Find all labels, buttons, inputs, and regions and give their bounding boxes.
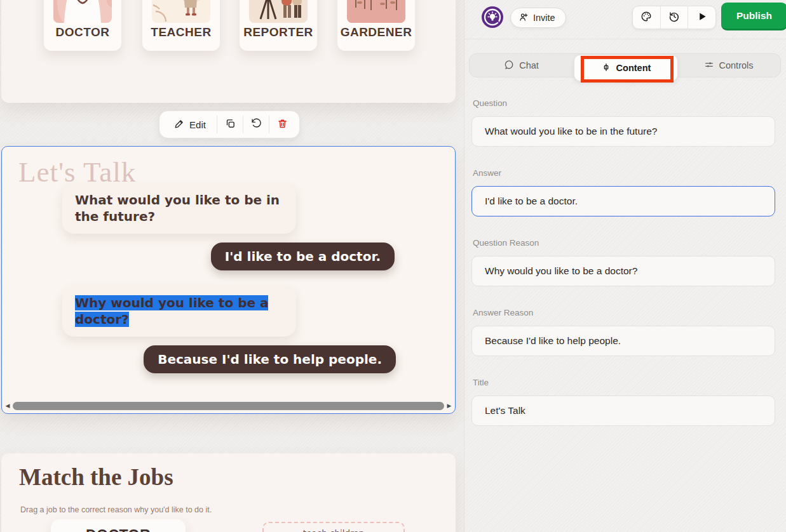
settings-panel: Invite Publish xyxy=(464,0,786,532)
duplicate-button[interactable] xyxy=(217,114,243,135)
chat-bubble-question-reason[interactable]: Why would you like to be a doctor? xyxy=(62,286,296,336)
publish-button[interactable]: Publish xyxy=(721,3,786,30)
match-slide-subtitle: Drag a job to the correct reason why you… xyxy=(20,505,212,514)
header-divider xyxy=(464,39,786,39)
tab-label: Chat xyxy=(519,60,539,70)
play-icon xyxy=(696,11,708,24)
cursor-text-icon xyxy=(601,62,611,74)
tab-label: Controls xyxy=(719,60,754,70)
field-label-title: Title xyxy=(473,378,489,387)
doctor-illustration xyxy=(53,0,112,23)
job-card-reporter[interactable]: REPORTER xyxy=(240,0,317,51)
drop-zone[interactable]: teach children xyxy=(262,522,405,532)
gardener-illustration xyxy=(347,0,405,23)
regenerate-button[interactable] xyxy=(243,114,269,135)
question-field[interactable] xyxy=(471,116,775,147)
history-button[interactable] xyxy=(660,6,688,29)
match-slide-title: Match the Jobs xyxy=(19,463,173,491)
delete-button[interactable] xyxy=(269,114,295,135)
invite-button-label: Invite xyxy=(533,13,555,23)
job-card-label: DOCTOR xyxy=(44,25,121,39)
job-card-doctor[interactable]: DOCTOR xyxy=(44,0,121,51)
invite-button[interactable]: Invite xyxy=(510,8,566,28)
slide-lets-talk[interactable]: Let's Talk What would you like to be in … xyxy=(1,146,456,414)
edit-button[interactable]: Edit xyxy=(163,114,217,135)
tab-label: Content xyxy=(616,63,651,73)
panel-tabbar: Chat Controls Content xyxy=(469,53,781,77)
slide-match-the-jobs[interactable]: Match the Jobs Drag a job to the correct… xyxy=(1,453,456,532)
slide-edit-toolbar: Edit xyxy=(159,110,300,138)
scroll-right-arrow-icon[interactable]: ▶ xyxy=(445,402,453,409)
chat-bubble-question[interactable]: What would you like to be in the future? xyxy=(62,183,296,234)
answer-reason-field[interactable] xyxy=(471,326,775,356)
copy-icon xyxy=(225,118,236,131)
title-field[interactable] xyxy=(471,396,775,426)
slide-jobs[interactable]: DOCTOR T xyxy=(1,0,456,103)
tab-controls[interactable]: Controls xyxy=(677,54,780,77)
field-label-question: Question xyxy=(473,98,507,108)
rotate-ccw-icon xyxy=(251,118,262,131)
trash-icon xyxy=(277,118,288,131)
lightbulb-logo-icon xyxy=(482,19,503,30)
reporter-illustration xyxy=(249,0,308,23)
selected-text: Why would you like to be a doctor? xyxy=(75,295,268,327)
job-card-label: TEACHER xyxy=(142,25,220,39)
teacher-illustration xyxy=(152,0,210,23)
slides-canvas: DOCTOR T xyxy=(0,0,464,532)
person-plus-icon xyxy=(518,12,529,24)
tab-chat[interactable]: Chat xyxy=(470,54,573,77)
field-label-answer: Answer xyxy=(473,168,501,178)
answer-field[interactable] xyxy=(471,186,775,216)
edit-button-label: Edit xyxy=(189,119,206,130)
question-reason-field[interactable] xyxy=(471,256,775,286)
chat-bubble-icon xyxy=(504,60,514,72)
pencil-icon xyxy=(174,118,185,131)
chat-bubble-answer-reason[interactable]: Because I'd like to help people. xyxy=(144,345,396,373)
horizontal-scrollbar[interactable]: ◀ ▶ xyxy=(4,400,453,411)
presentation-tools xyxy=(632,6,716,29)
app-logo-avatar[interactable] xyxy=(482,6,503,28)
job-card-teacher[interactable]: TEACHER xyxy=(142,0,220,51)
palette-icon xyxy=(640,11,652,24)
tab-content[interactable]: Content xyxy=(574,55,678,81)
history-icon xyxy=(668,11,680,24)
scroll-left-arrow-icon[interactable]: ◀ xyxy=(4,402,11,409)
draggable-job-card[interactable]: DOCTOR xyxy=(51,519,186,532)
play-button[interactable] xyxy=(688,6,715,29)
chat-bubble-answer[interactable]: I'd like to be a doctor. xyxy=(211,243,395,270)
field-label-answer-reason: Answer Reason xyxy=(473,308,533,317)
theme-button[interactable] xyxy=(633,6,660,29)
scrollbar-thumb[interactable] xyxy=(13,402,444,410)
job-card-gardener[interactable]: GARDENER xyxy=(337,0,415,51)
job-card-label: GARDENER xyxy=(337,25,415,39)
editor-window: DOCTOR T xyxy=(0,0,786,532)
field-label-question-reason: Question Reason xyxy=(473,238,539,248)
sliders-icon xyxy=(704,60,714,72)
job-card-label: REPORTER xyxy=(240,25,317,39)
